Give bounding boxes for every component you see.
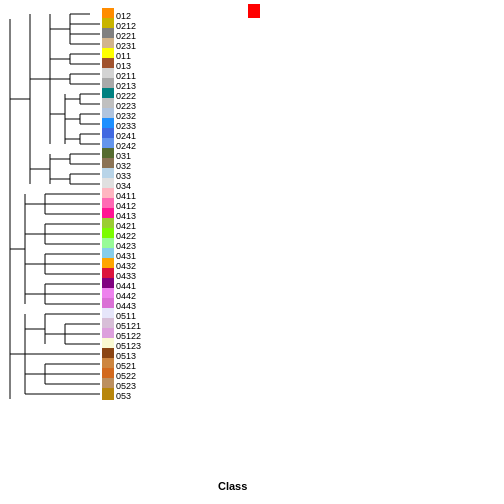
svg-text:0211: 0211 bbox=[116, 71, 136, 81]
svg-text:05122: 05122 bbox=[116, 331, 141, 341]
svg-text:0442: 0442 bbox=[116, 291, 136, 301]
main-container: .dend-line { stroke: #000; stroke-width:… bbox=[0, 0, 504, 504]
svg-text:0422: 0422 bbox=[116, 231, 136, 241]
svg-text:0241: 0241 bbox=[116, 131, 136, 141]
svg-text:0411: 0411 bbox=[116, 191, 136, 201]
svg-text:05123: 05123 bbox=[116, 341, 141, 351]
svg-text:011: 011 bbox=[116, 51, 131, 61]
svg-text:0431: 0431 bbox=[116, 251, 136, 261]
svg-text:013: 013 bbox=[116, 61, 131, 71]
svg-text:0521: 0521 bbox=[116, 361, 136, 371]
svg-text:012: 012 bbox=[116, 11, 131, 21]
svg-text:0511: 0511 bbox=[116, 311, 136, 321]
svg-text:0223: 0223 bbox=[116, 101, 136, 111]
svg-text:0443: 0443 bbox=[116, 301, 136, 311]
svg-text:0413: 0413 bbox=[116, 211, 136, 221]
svg-text:Class: Class bbox=[218, 480, 247, 492]
svg-text:034: 034 bbox=[116, 181, 131, 191]
svg-text:0231: 0231 bbox=[116, 41, 136, 51]
svg-text:033: 033 bbox=[116, 171, 131, 181]
svg-text:0432: 0432 bbox=[116, 261, 136, 271]
svg-text:031: 031 bbox=[116, 151, 131, 161]
svg-text:0523: 0523 bbox=[116, 381, 136, 391]
svg-text:0522: 0522 bbox=[116, 371, 136, 381]
svg-text:0233: 0233 bbox=[116, 121, 136, 131]
svg-text:0421: 0421 bbox=[116, 221, 136, 231]
svg-text:0433: 0433 bbox=[116, 271, 136, 281]
svg-text:0222: 0222 bbox=[116, 91, 136, 101]
svg-text:0212: 0212 bbox=[116, 21, 136, 31]
svg-rect-160 bbox=[248, 4, 260, 18]
svg-text:0423: 0423 bbox=[116, 241, 136, 251]
svg-text:0242: 0242 bbox=[116, 141, 136, 151]
dendrogram-chart: .dend-line { stroke: #000; stroke-width:… bbox=[0, 0, 260, 504]
svg-text:0213: 0213 bbox=[116, 81, 136, 91]
svg-rect-120 bbox=[102, 388, 114, 400]
svg-text:0513: 0513 bbox=[116, 351, 136, 361]
svg-text:0221: 0221 bbox=[116, 31, 136, 41]
svg-text:032: 032 bbox=[116, 161, 131, 171]
svg-text:0412: 0412 bbox=[116, 201, 136, 211]
svg-text:053: 053 bbox=[116, 391, 131, 401]
svg-text:0441: 0441 bbox=[116, 281, 136, 291]
svg-text:05121: 05121 bbox=[116, 321, 141, 331]
svg-text:0232: 0232 bbox=[116, 111, 136, 121]
